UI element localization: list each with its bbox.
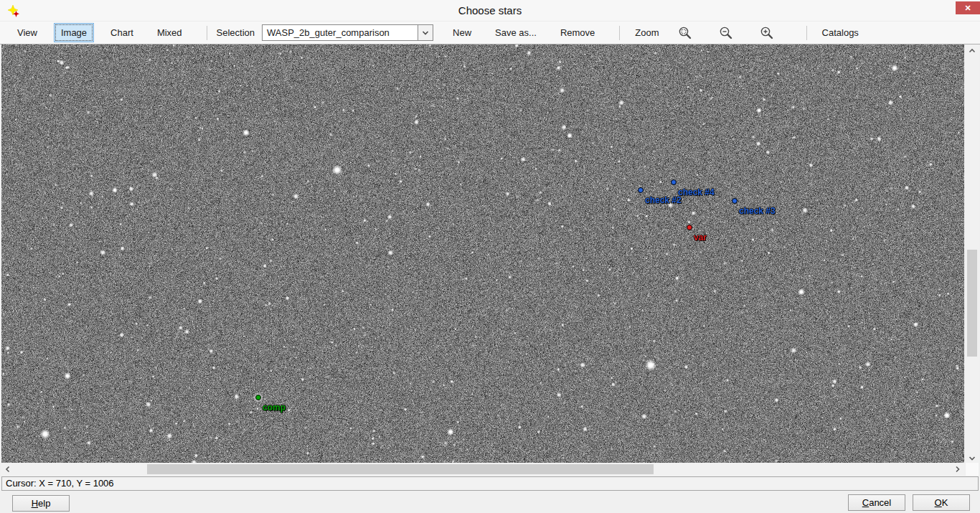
star-marker-label-check2: check #2 <box>645 195 682 205</box>
scroll-left-icon[interactable] <box>3 463 13 476</box>
star-marker-dot-check2[interactable] <box>638 187 644 193</box>
chevron-down-icon[interactable] <box>418 25 433 40</box>
ok-button-label: K <box>942 497 948 508</box>
status-bar: Cursor: X = 710, Y = 1006 <box>1 476 979 491</box>
cursor-position-text: Cursor: X = 710, Y = 1006 <box>6 478 114 489</box>
cancel-button-label: ancel <box>869 497 891 508</box>
star-marker-label-check3: check #3 <box>739 206 776 216</box>
cancel-button[interactable]: Cancel <box>848 494 905 511</box>
scroll-up-icon[interactable] <box>966 46 979 56</box>
zoom-fit-icon[interactable] <box>676 24 694 42</box>
scroll-right-icon[interactable] <box>953 463 963 476</box>
star-marker-dot-check4[interactable] <box>671 179 677 185</box>
close-icon: ✕ <box>964 4 971 12</box>
help-button[interactable]: Help <box>12 495 70 512</box>
help-button-label: H <box>32 498 38 509</box>
scroll-down-icon[interactable] <box>966 453 979 463</box>
ok-button[interactable]: OK <box>913 494 970 511</box>
new-button[interactable]: New <box>446 23 479 42</box>
toolbar-separator <box>619 26 620 40</box>
scrollbar-corner <box>966 463 979 476</box>
mixed-button[interactable]: Mixed <box>150 23 189 42</box>
starfield-image[interactable] <box>1 44 964 463</box>
save-as-button[interactable]: Save as... <box>488 23 544 42</box>
star-marker-dot-comp[interactable] <box>255 395 261 400</box>
remove-button[interactable]: Remove <box>553 23 602 42</box>
choose-stars-dialog: Choose stars ✕ View Image Chart Mixed Se… <box>0 0 980 513</box>
ok-button-label: O <box>935 497 942 508</box>
selection-label: Selection <box>217 27 255 38</box>
star-marker-dot-check3[interactable] <box>732 198 738 204</box>
toolbar-separator <box>207 26 207 40</box>
cancel-button-label: C <box>862 497 869 508</box>
star-marker-label-comp: comp <box>263 403 286 413</box>
zoom-in-icon[interactable] <box>758 24 776 42</box>
toolbar: View Image Chart Mixed Selection WASP_2b… <box>0 22 980 44</box>
star-marker-label-var: var <box>694 232 707 243</box>
help-button-label: elp <box>38 498 50 509</box>
catalogs-button[interactable]: Catalogs <box>815 23 866 42</box>
titlebar: Choose stars ✕ <box>0 0 980 22</box>
selection-combobox[interactable]: WASP_2b_guter_comparison <box>262 24 433 41</box>
view-button[interactable]: View <box>10 23 44 42</box>
zoom-out-icon[interactable] <box>717 24 735 42</box>
toolbar-separator <box>806 26 807 40</box>
zoom-button[interactable]: Zoom <box>628 23 666 42</box>
vertical-scrollbar-thumb[interactable] <box>967 250 977 357</box>
close-button[interactable]: ✕ <box>956 1 980 14</box>
star-marker-dot-var[interactable] <box>687 225 692 230</box>
window-title: Choose stars <box>0 0 980 22</box>
chart-button[interactable]: Chart <box>103 23 141 42</box>
vertical-scrollbar[interactable] <box>966 44 979 465</box>
star-marker-label-check4: check #4 <box>678 187 715 197</box>
horizontal-scrollbar[interactable] <box>1 463 964 476</box>
horizontal-scrollbar-thumb[interactable] <box>147 464 654 474</box>
image-viewport[interactable]: check #2check #4check #3varcomp <box>1 44 964 463</box>
selection-value: WASP_2b_guter_comparison <box>263 27 418 38</box>
image-button[interactable]: Image <box>54 23 94 42</box>
